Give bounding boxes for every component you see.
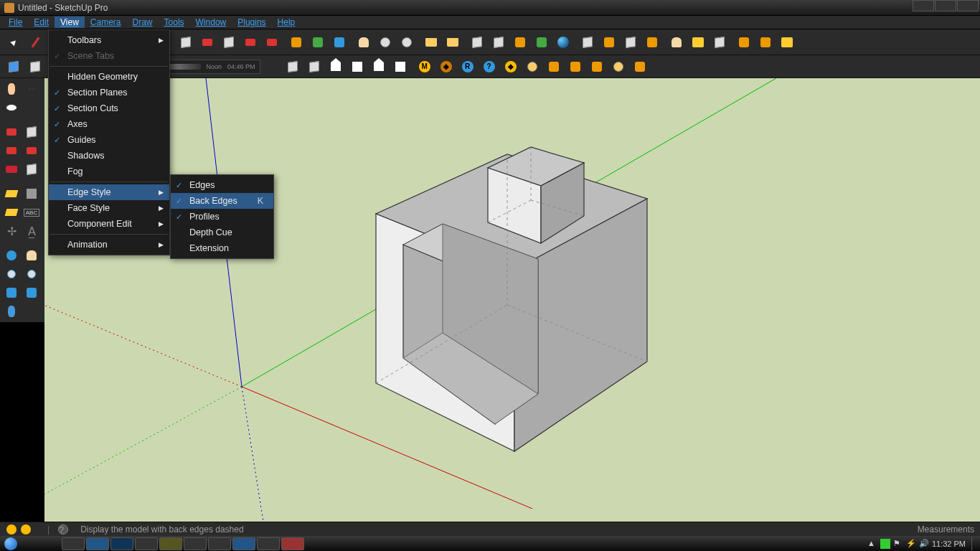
tool-btn[interactable]	[578, 32, 598, 52]
menu-tools[interactable]: Tools	[159, 17, 190, 28]
position-camera-tool[interactable]	[2, 302, 21, 321]
zoom-tool[interactable]	[375, 32, 395, 52]
menu-window[interactable]: Window	[190, 17, 232, 28]
tool-btn[interactable]	[22, 98, 41, 117]
tool-btn[interactable]	[22, 184, 41, 203]
menu-item-hidden-geometry[interactable]: Hidden Geometry	[49, 69, 169, 85]
task-icon[interactable]	[110, 537, 133, 550]
tool-btn[interactable]	[755, 32, 776, 52]
menu-item-guides[interactable]: ✓Guides	[49, 132, 169, 148]
iso-tool-2[interactable]	[25, 57, 45, 77]
tool-btn[interactable]	[489, 32, 509, 52]
tool-btn[interactable]	[777, 32, 797, 52]
dimension-tool[interactable]: A̲	[22, 222, 41, 240]
iso-tool[interactable]	[4, 57, 24, 77]
view-home[interactable]	[326, 57, 346, 77]
menu-item-profiles[interactable]: ✓Profiles	[171, 209, 273, 225]
tool-btn[interactable]	[308, 32, 328, 52]
menu-item-fog[interactable]: Fog	[49, 164, 169, 179]
task-icon[interactable]	[208, 537, 231, 550]
menu-item-section-cuts[interactable]: ✓Section Cuts	[49, 100, 169, 116]
tool-btn[interactable]	[22, 302, 41, 321]
minimize-button[interactable]	[913, 0, 934, 11]
menu-item-animation[interactable]: Animation▶	[49, 237, 169, 253]
tape-tool[interactable]	[2, 184, 21, 203]
view-btn[interactable]	[390, 57, 410, 77]
menu-item-edges[interactable]: ✓Edges	[171, 177, 273, 193]
help-btn[interactable]: ?	[479, 57, 499, 77]
zoom-tool-2[interactable]	[2, 265, 21, 283]
tool-btn[interactable]	[544, 57, 564, 77]
walk-tool[interactable]	[2, 80, 21, 98]
protractor-tool[interactable]	[2, 203, 21, 222]
help-icon[interactable]: ?	[58, 524, 68, 534]
task-icon[interactable]	[62, 537, 85, 550]
task-icon[interactable]	[135, 537, 158, 550]
tool-btn[interactable]: ◆	[436, 57, 456, 77]
pan-tool-2[interactable]	[22, 246, 41, 265]
tool-btn[interactable]	[22, 160, 41, 179]
pan-tool[interactable]	[354, 32, 374, 52]
task-icon[interactable]	[86, 537, 109, 550]
footprints-tool[interactable]: ••	[22, 80, 41, 98]
tool-btn[interactable]	[587, 57, 607, 77]
rotate-tool[interactable]	[219, 32, 239, 52]
show-desktop[interactable]	[971, 537, 977, 550]
menu-draw[interactable]: Draw	[127, 17, 159, 28]
tool-btn[interactable]: ◆	[501, 57, 521, 77]
tool-btn[interactable]	[22, 123, 41, 141]
tool-btn[interactable]	[666, 32, 687, 52]
move-tool[interactable]	[197, 32, 217, 52]
menu-file[interactable]: File	[3, 17, 28, 28]
tool-btn[interactable]	[642, 32, 662, 52]
orbit-tool[interactable]	[2, 246, 21, 265]
task-icon[interactable]	[232, 537, 255, 550]
view-btn[interactable]	[304, 57, 324, 77]
tool-btn[interactable]	[443, 32, 463, 52]
menu-help[interactable]: Help	[272, 17, 301, 28]
menu-item-section-planes[interactable]: ✓Section Planes	[49, 85, 169, 100]
view-btn[interactable]	[369, 57, 389, 77]
tool-btn[interactable]	[710, 32, 730, 52]
task-icon[interactable]	[159, 537, 182, 550]
tray-icon[interactable]: ⚡	[906, 539, 916, 549]
scale-tool[interactable]	[240, 32, 260, 52]
menu-view[interactable]: View	[55, 17, 85, 28]
menu-plugins[interactable]: Plugins	[232, 17, 271, 28]
look-around-tool[interactable]	[2, 98, 21, 117]
select-tool[interactable]	[4, 32, 24, 52]
menu-item-depth-cue[interactable]: Depth Cue	[171, 225, 273, 240]
tool-btn[interactable]	[608, 57, 628, 77]
tool-btn[interactable]	[286, 32, 306, 52]
view-btn[interactable]	[347, 57, 367, 77]
tray-icon[interactable]	[880, 539, 890, 549]
tool-btn[interactable]	[565, 57, 585, 77]
viewport[interactable]	[44, 78, 980, 522]
tool-btn[interactable]	[510, 32, 530, 52]
menu-item-shadows[interactable]: Shadows	[49, 148, 169, 164]
clock[interactable]: 11:32 PM	[932, 540, 966, 548]
axes-tool[interactable]: ✢	[2, 222, 21, 240]
tool-btn[interactable]	[553, 32, 573, 52]
volume-icon[interactable]: 🔊	[919, 539, 929, 549]
tool-btn[interactable]	[421, 32, 441, 52]
tool-btn[interactable]	[532, 32, 552, 52]
push-pull-tool[interactable]	[176, 32, 196, 52]
tray-up-icon[interactable]: ▲	[867, 539, 877, 549]
zoom-extents-tool[interactable]	[397, 32, 417, 52]
tool-btn[interactable]	[2, 123, 21, 141]
menu-item-face-style[interactable]: Face Style▶	[49, 200, 169, 216]
menu-edit[interactable]: Edit	[28, 17, 55, 28]
tool-btn[interactable]	[2, 160, 21, 179]
tool-btn[interactable]	[522, 57, 542, 77]
tool-btn[interactable]	[688, 32, 708, 52]
tool-btn[interactable]	[467, 32, 487, 52]
menu-item-edge-style[interactable]: Edge Style▶	[49, 184, 169, 200]
tool-btn[interactable]	[22, 283, 41, 302]
tool-btn[interactable]	[734, 32, 754, 52]
text-tool[interactable]: ABC	[22, 203, 41, 222]
offset-tool[interactable]	[262, 32, 282, 52]
maximize-button[interactable]	[935, 0, 956, 11]
tool-btn[interactable]	[22, 141, 41, 160]
menu-camera[interactable]: Camera	[85, 17, 127, 28]
